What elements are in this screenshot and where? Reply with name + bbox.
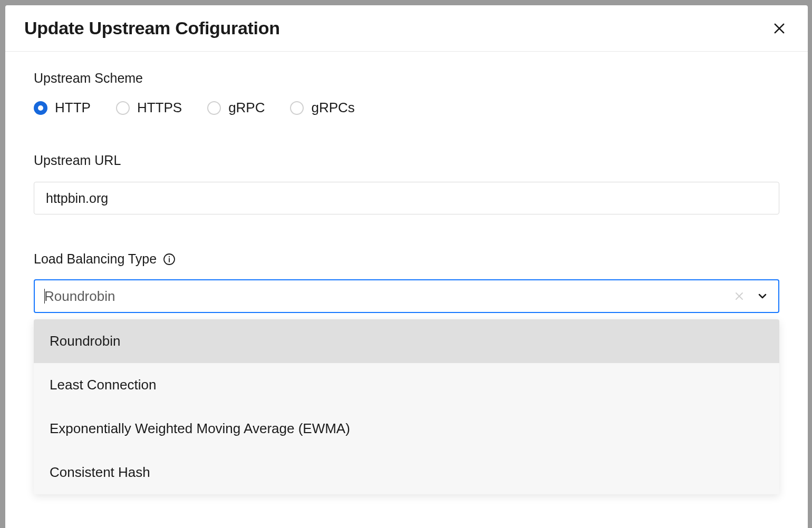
dropdown-option-roundrobin[interactable]: Roundrobin — [34, 319, 779, 363]
radio-circle-icon — [34, 101, 47, 115]
radio-circle-icon — [116, 101, 130, 115]
scheme-radio-http[interactable]: HTTP — [34, 100, 91, 116]
load-balancing-section: Load Balancing Type Roundrobin — [34, 251, 779, 313]
dropdown-option-ewma[interactable]: Exponentially Weighted Moving Average (E… — [34, 407, 779, 451]
select-icon-group — [733, 290, 769, 302]
text-cursor — [44, 289, 45, 304]
dropdown-option-consistent-hash[interactable]: Consistent Hash — [34, 451, 779, 494]
select-value-text: Roundrobin — [44, 288, 115, 304]
modal-header: Update Upstream Cofiguration — [5, 5, 808, 52]
scheme-radio-group: HTTP HTTPS gRPC gRPCs — [34, 100, 779, 116]
load-balancing-select-wrapper: Roundrobin — [34, 279, 779, 313]
radio-circle-icon — [290, 101, 304, 115]
close-button[interactable] — [770, 19, 789, 38]
radio-label: HTTP — [55, 100, 91, 116]
dropdown-option-least-connection[interactable]: Least Connection — [34, 363, 779, 407]
scheme-radio-grpc[interactable]: gRPC — [207, 100, 265, 116]
upstream-url-input[interactable] — [34, 182, 779, 214]
upstream-url-label: Upstream URL — [34, 153, 779, 168]
info-icon[interactable] — [163, 253, 176, 266]
modal-title: Update Upstream Cofiguration — [24, 18, 280, 38]
load-balancing-label-text: Load Balancing Type — [34, 251, 157, 267]
update-upstream-modal: Update Upstream Cofiguration Upstream Sc… — [5, 5, 808, 528]
radio-label: gRPCs — [311, 100, 354, 116]
svg-point-4 — [169, 256, 170, 257]
clear-icon[interactable] — [733, 290, 746, 302]
radio-label: gRPC — [228, 100, 265, 116]
modal-body: Upstream Scheme HTTP HTTPS gRPC gRPCs — [5, 52, 808, 528]
load-balancing-select[interactable]: Roundrobin — [34, 279, 779, 313]
upstream-scheme-section: Upstream Scheme HTTP HTTPS gRPC gRPCs — [34, 71, 779, 116]
scheme-radio-grpcs[interactable]: gRPCs — [290, 100, 354, 116]
upstream-url-section: Upstream URL — [34, 153, 779, 214]
load-balancing-label: Load Balancing Type — [34, 251, 779, 267]
close-icon — [772, 21, 787, 36]
load-balancing-dropdown: Roundrobin Least Connection Exponentiall… — [34, 319, 779, 494]
radio-circle-icon — [207, 101, 221, 115]
upstream-scheme-label: Upstream Scheme — [34, 71, 779, 86]
scheme-radio-https[interactable]: HTTPS — [116, 100, 182, 116]
select-value: Roundrobin — [44, 288, 731, 305]
chevron-down-icon[interactable] — [756, 290, 769, 302]
radio-label: HTTPS — [137, 100, 182, 116]
